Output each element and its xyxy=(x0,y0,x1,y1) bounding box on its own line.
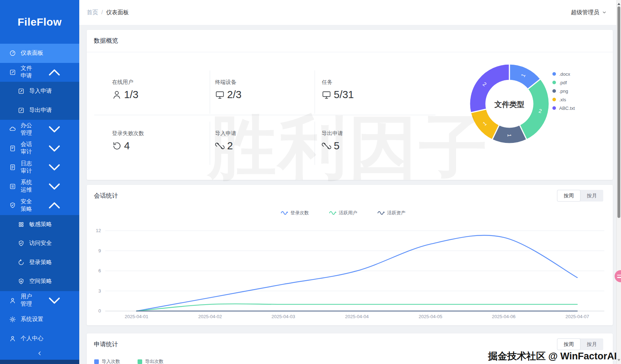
sidebar-subitem-6-0[interactable]: 敏感策略 xyxy=(0,215,79,234)
sidebar-menu: 仪表面板文件申请导入申请导出申请办公管理会话审计日志审计系统运维安全策略敏感策略… xyxy=(0,44,79,348)
sidebar-subitem-6-2[interactable]: 登录策略 xyxy=(0,253,79,272)
line-series-登录次数 xyxy=(136,235,577,311)
sidebar-item-8[interactable]: 系统设置 xyxy=(0,310,79,329)
legend-square-icon xyxy=(94,359,99,364)
apply-legend-item[interactable]: 导出次数 xyxy=(138,358,164,364)
x-tick-label: 2025-04-03 xyxy=(272,314,295,319)
chevron-up-icon xyxy=(34,196,74,215)
x-tick-label: 2025-04-06 xyxy=(492,314,516,319)
sidebar-item-0[interactable]: 仪表面板 xyxy=(0,44,79,63)
x-tick-label: 2025-04-01 xyxy=(125,314,149,319)
card-header-divider xyxy=(87,52,613,52)
x-tick-label: 2025-04-05 xyxy=(419,314,443,319)
access-security-icon xyxy=(18,240,25,247)
sidebar-item-label: 日志审计 xyxy=(21,160,34,175)
donut-legend-item[interactable]: ABC.txt xyxy=(552,104,575,112)
user-menu[interactable]: 超级管理员 xyxy=(571,9,607,16)
legend-dot-icon xyxy=(552,89,556,93)
stat-value: 2 xyxy=(227,140,233,152)
apply-range-button-0[interactable]: 按周 xyxy=(557,338,580,350)
chevron-left-icon xyxy=(37,350,43,357)
chevron-down-icon xyxy=(34,177,74,196)
monitor-icon xyxy=(215,90,225,100)
stat-value: 5/31 xyxy=(334,89,354,101)
donut-legend-item[interactable]: .pdf xyxy=(552,78,575,87)
dashboard-icon xyxy=(9,50,16,57)
export-request-icon xyxy=(18,107,25,114)
stat-label: 终端设备 xyxy=(215,79,241,86)
sidebar-item-label: 导出申请 xyxy=(29,107,52,114)
legend-label: 导出次数 xyxy=(145,358,164,364)
sidebar-collapse-button[interactable] xyxy=(0,349,79,358)
session-audit-icon xyxy=(9,145,16,152)
assistant-badge-icon xyxy=(617,275,621,276)
sidebar-item-7[interactable]: 用户管理 xyxy=(0,291,79,310)
sidebar-subitem-6-1[interactable]: 访问安全 xyxy=(0,234,79,253)
profile-icon xyxy=(9,335,16,342)
apply-legend-item[interactable]: 导入次数 xyxy=(94,358,120,364)
sidebar-subitem-1-1[interactable]: 导出申请 xyxy=(0,101,79,120)
chevron-down-icon xyxy=(34,291,74,310)
legend-label: .png xyxy=(559,89,568,94)
donut-legend-item[interactable]: .docx xyxy=(552,70,575,78)
page-scrollbar[interactable] xyxy=(616,0,621,364)
sidebar-subitem-6-3[interactable]: 空间策略 xyxy=(0,272,79,291)
scrollbar-up-arrow[interactable] xyxy=(617,0,621,5)
stats-divider xyxy=(315,70,315,114)
legend-label: 导入次数 xyxy=(102,358,120,364)
sidebar-subitem-1-0[interactable]: 导入申请 xyxy=(0,82,79,101)
x-tick-label: 2025-04-07 xyxy=(566,314,589,319)
office-cloud-icon xyxy=(9,126,16,133)
system-settings-icon xyxy=(9,316,16,323)
donut-legend-item[interactable]: .png xyxy=(552,87,575,95)
log-audit-icon xyxy=(9,164,16,171)
sidebar-item-5[interactable]: 系统运维 xyxy=(0,177,79,196)
stat-card: 终端设备2/3 xyxy=(215,79,241,101)
sidebar-item-label: 敏感策略 xyxy=(29,221,52,228)
stat-label: 任务 xyxy=(322,79,354,86)
donut-legend-item[interactable]: .xls xyxy=(552,95,575,104)
stats-divider xyxy=(94,115,435,115)
sidebar-item-3[interactable]: 会话审计 xyxy=(0,139,79,158)
line-series-活跃用户 xyxy=(136,304,577,311)
system-ops-icon xyxy=(9,183,16,190)
profile-icon xyxy=(9,335,16,342)
apply-range-button-1[interactable]: 按月 xyxy=(580,338,603,350)
user-icon xyxy=(112,90,122,100)
sidebar-item-4[interactable]: 日志审计 xyxy=(0,158,79,177)
stat-value-row: 4 xyxy=(112,140,144,152)
space-policy-icon xyxy=(18,278,25,285)
breadcrumb-home[interactable]: 首页 xyxy=(87,9,98,16)
donut-center-label: 文件类型 xyxy=(488,100,531,109)
donut-legend: .docx.pdf.png.xlsABC.txt xyxy=(552,70,575,112)
sidebar-item-6[interactable]: 安全策略 xyxy=(0,196,79,215)
user-management-icon xyxy=(9,297,16,304)
chevron-up-icon xyxy=(34,63,74,82)
sidebar-item-label: 导入申请 xyxy=(29,87,52,95)
security-policy-icon xyxy=(9,202,16,209)
sidebar-item-label: 个人中心 xyxy=(21,335,43,342)
sidebar-item-label: 安全策略 xyxy=(21,198,34,213)
user-management-icon xyxy=(9,297,16,304)
login-fail-icon xyxy=(112,141,122,151)
sidebar-item-2[interactable]: 办公管理 xyxy=(0,120,79,139)
stat-card: 在线用户1/3 xyxy=(112,79,138,101)
login-policy-icon xyxy=(18,259,25,266)
y-tick-label: 12 xyxy=(96,228,101,233)
sidebar-item-1[interactable]: 文件申请 xyxy=(0,63,79,82)
legend-dot-icon xyxy=(552,72,556,76)
sensitive-policy-icon xyxy=(18,221,25,228)
file-request-icon xyxy=(9,69,16,76)
legend-label: ABC.txt xyxy=(559,106,575,111)
scrollbar-thumb[interactable] xyxy=(617,6,620,218)
y-tick-label: 3 xyxy=(98,288,101,294)
legend-label: .pdf xyxy=(559,80,567,85)
scrollbar-down-arrow[interactable] xyxy=(617,359,621,364)
x-tick-label: 2025-04-02 xyxy=(198,314,222,319)
user-name: 超级管理员 xyxy=(571,9,599,16)
floating-assistant-badge[interactable] xyxy=(615,270,621,282)
sidebar-item-label: 仪表面板 xyxy=(21,49,43,57)
sidebar-item-label: 办公管理 xyxy=(21,122,34,137)
legend-label: .xls xyxy=(559,97,566,102)
sidebar-item-9[interactable]: 个人中心 xyxy=(0,329,79,348)
